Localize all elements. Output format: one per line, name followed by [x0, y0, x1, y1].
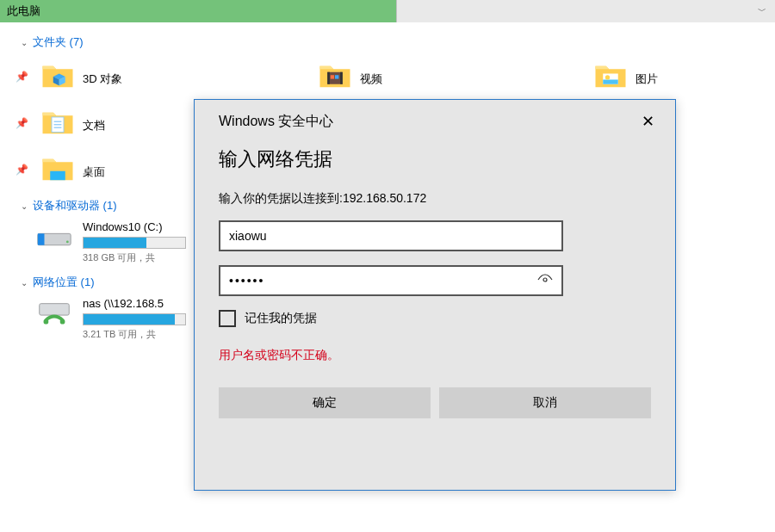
folder-icon [40, 152, 76, 188]
remember-label: 记住我的凭据 [245, 311, 317, 326]
dialog-header-title: Windows 安全中心 [219, 113, 333, 131]
dialog-prompt: 输入你的凭据以连接到:192.168.50.172 [219, 191, 651, 207]
folder-label: 3D 对象 [83, 66, 122, 87]
folder-item-videos[interactable]: 视频 [293, 53, 568, 100]
drive-name: Windows10 (C:) [83, 220, 186, 233]
folder-item-pictures[interactable]: 图片 [568, 53, 723, 100]
svg-point-7 [605, 75, 610, 79]
svg-point-15 [66, 240, 69, 243]
netloc-usage-bar [83, 313, 186, 325]
location-title: 此电脑 [7, 3, 40, 19]
svg-rect-14 [38, 233, 45, 244]
svg-rect-2 [340, 72, 343, 84]
folder-label: 桌面 [83, 159, 105, 180]
svg-rect-12 [50, 171, 65, 181]
folder-icon [40, 59, 76, 95]
caret-down-icon: ⌄ [21, 201, 28, 211]
folder-label: 文档 [83, 113, 105, 133]
close-icon[interactable]: ✕ [636, 110, 660, 133]
folder-item-3dobjects[interactable]: 📌 3D 对象 [0, 53, 293, 100]
reveal-password-icon[interactable] [537, 274, 553, 288]
pin-icon: 📌 [14, 164, 29, 176]
pin-icon: 📌 [14, 71, 29, 83]
netloc-subtext: 3.21 TB 可用，共 [83, 328, 186, 341]
username-field[interactable] [219, 220, 563, 251]
ok-button[interactable]: 确定 [219, 387, 431, 418]
svg-rect-6 [603, 80, 618, 84]
password-mask: •••••• [229, 274, 264, 288]
group-label: 设备和驱动器 (1) [33, 198, 117, 213]
network-drive-icon [34, 297, 74, 331]
caret-down-icon: ⌄ [21, 278, 28, 288]
folder-label: 视频 [360, 66, 382, 87]
chevron-down-icon[interactable]: ﹀ [758, 5, 766, 17]
remember-checkbox[interactable] [219, 310, 236, 327]
error-message: 用户名或密码不正确。 [219, 348, 651, 363]
credentials-dialog: Windows 安全中心 ✕ 输入网络凭据 输入你的凭据以连接到:192.168… [194, 99, 676, 491]
pin-icon: 📌 [14, 117, 29, 129]
caret-down-icon: ⌄ [21, 38, 28, 47]
folder-label: 图片 [636, 66, 658, 87]
drive-subtext: 318 GB 可用，共 [83, 251, 186, 264]
dialog-title: 输入网络凭据 [219, 146, 651, 172]
folder-icon [592, 59, 629, 95]
svg-rect-1 [327, 72, 330, 84]
folder-icon [317, 59, 353, 95]
svg-point-17 [44, 319, 49, 325]
cancel-button[interactable]: 取消 [439, 387, 651, 418]
group-header-folders[interactable]: ⌄ 文件夹 (7) [0, 29, 775, 53]
password-field[interactable]: •••••• [219, 265, 563, 296]
svg-rect-16 [40, 304, 69, 315]
svg-rect-3 [331, 75, 334, 78]
drive-usage-bar [83, 237, 186, 249]
svg-rect-4 [335, 75, 338, 78]
svg-point-19 [543, 278, 547, 281]
folder-icon [40, 105, 76, 141]
group-label: 网络位置 (1) [33, 275, 95, 290]
username-input[interactable] [229, 229, 553, 243]
svg-point-18 [60, 319, 65, 325]
address-bar-right[interactable]: ﹀ [396, 0, 775, 22]
netloc-name: nas (\\192.168.5 [83, 297, 186, 310]
drive-icon [34, 220, 74, 255]
group-label: 文件夹 (7) [33, 34, 84, 50]
